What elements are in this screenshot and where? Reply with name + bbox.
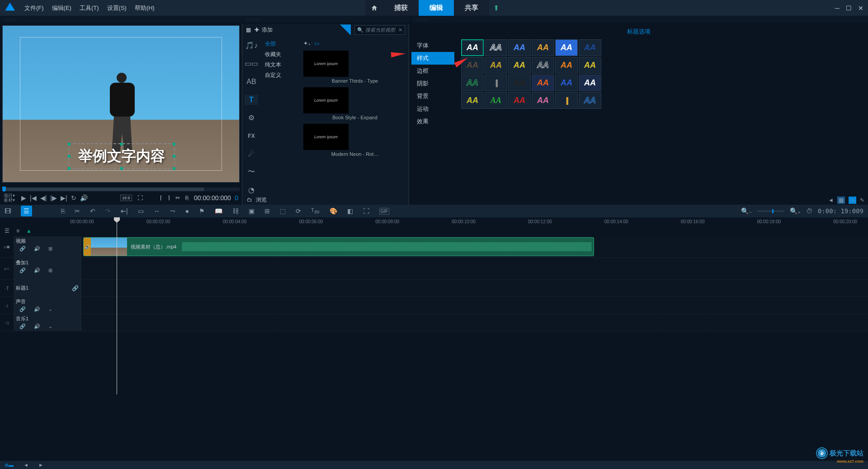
template-tab-icon[interactable]: ▭▭ [245,59,258,69]
panel-handle-library[interactable]: :::::::: [243,16,410,23]
track-link-icon[interactable]: 🔗 [72,285,79,291]
browse-button[interactable]: 浏览 [256,196,267,204]
category-plain-text[interactable]: 纯文本 [260,60,301,70]
style-preset-cell[interactable]: || [555,92,578,109]
maximize-button[interactable]: ☐ [846,5,852,12]
go-start-button[interactable]: |◀ [30,194,37,202]
scroll-right-icon[interactable]: ► [38,462,43,468]
loop-button[interactable]: ↻ [71,194,76,202]
opt-tab-background[interactable]: 背景 [411,90,454,103]
style-preset-cell[interactable]: AA [485,39,507,56]
resize-handle[interactable] [120,167,123,170]
tab-share[interactable]: 共享 [454,0,489,16]
favorite-corner-icon[interactable] [340,24,351,35]
track-expand-icon[interactable]: ⌄ [48,324,52,329]
gif-export-icon[interactable]: GIF [379,208,390,215]
tab-capture[interactable]: 捕获 [383,0,419,16]
mark-out-button[interactable]: ⌉ [168,195,170,201]
style-preset-cell[interactable]: || [485,75,507,91]
style-preset-cell[interactable]: AA [579,39,601,56]
record-icon[interactable]: ● [185,207,189,215]
status-icon[interactable]: ⊕▬ [5,462,14,468]
mask-icon[interactable]: ◧ [347,207,353,215]
compact-view-icon[interactable]: ▦ [837,197,845,204]
fit-timeline-icon[interactable]: ⏱ [806,207,812,215]
panel-handle-preview[interactable]: :::::::: [0,16,242,23]
track-link-icon[interactable]: 🔗 [19,306,26,312]
style-preset-cell[interactable]: AA [532,39,554,56]
upload-icon[interactable]: ⬆ [489,0,503,16]
overlay-tab-icon[interactable]: ⚙ [245,113,258,123]
track-mute-icon[interactable]: 🔊 [34,267,40,273]
tracker-tab-icon[interactable]: ◔ [245,185,258,195]
ungroup-icon[interactable]: ⊞ [264,207,270,215]
timeline-view-icon[interactable]: ☰ [21,206,32,216]
trim-start-icon[interactable]: ⇤| [121,207,128,215]
rotate-icon[interactable]: ⟳ [296,207,301,215]
category-all[interactable]: 全部 [260,39,301,49]
next-frame-button[interactable]: |▶ [50,194,57,202]
cut-icon[interactable]: ✂ [75,207,80,215]
style-preset-cell[interactable]: AA [508,75,531,91]
material-mode-label[interactable]: 素材▾ [4,198,15,202]
track-link-icon[interactable]: 🔗 [19,324,26,329]
style-preset-cell[interactable]: AA [508,57,531,74]
search-input[interactable]: 🔍 搜索当前视图 ✕ [354,25,405,35]
style-preset-cell[interactable]: AA [508,92,531,109]
copy-icon[interactable]: ⎘ [61,207,65,215]
preset-item[interactable]: Lorem ipsum Modern Neon - Rot… [303,124,406,157]
track-body[interactable] [81,280,868,296]
preset-item[interactable]: Lorem ipsum Banner Thirds - Type [303,51,406,84]
style-preset-cell[interactable]: AA [461,39,484,56]
timecode-display[interactable]: 00:00:00:000 0 [194,194,238,202]
close-button[interactable]: ✕ [858,5,863,12]
media-tab-icon[interactable]: 🎵♪ [245,41,258,51]
menu-setting[interactable]: 设置(S) [107,4,127,12]
track-mute-icon[interactable]: 🔊 [34,306,40,312]
chapter-icon[interactable]: 📖 [215,207,222,215]
category-favorites[interactable]: 收藏夹 [260,49,301,60]
track-options-icon[interactable]: ≡ [16,228,19,234]
group-icon[interactable]: ▣ [249,207,255,215]
list-view-icon[interactable]: ▭ [849,197,856,204]
style-preset-cell[interactable]: AA [579,92,601,109]
track-link-icon[interactable]: 🔗 [19,267,26,273]
clear-search-icon[interactable]: ✕ [398,27,402,33]
3d-title-icon[interactable]: T3D [311,207,319,214]
snapshot-button[interactable]: ⎘ [185,195,189,201]
opt-tab-border[interactable]: 边框 [411,65,454,77]
opt-tab-shadow[interactable]: 阴影 [411,77,454,90]
crop-icon[interactable]: ▭ [138,207,144,215]
style-preset-cell[interactable]: AA [461,92,484,109]
resize-handle[interactable] [173,167,175,170]
video-clip[interactable]: 🔊 视频素材（总）.mp4 [83,237,594,256]
audio-tab-icon[interactable]: ☄ [245,149,258,159]
resize-handle[interactable] [68,143,71,145]
marker-icon[interactable]: ⚑ [199,207,205,215]
style-preset-cell[interactable]: AA [579,75,601,91]
style-preset-cell[interactable]: AA [485,92,507,109]
expand-preview-button[interactable]: ⛶ [137,195,143,201]
track-list-icon[interactable]: ☰ [5,228,9,234]
zoom-slider[interactable] [757,211,784,212]
menu-help[interactable]: 帮助(H) [135,4,155,12]
track-motion-icon[interactable]: ⬚ [280,207,286,215]
title-tab-icon[interactable]: T [245,95,258,105]
style-preset-cell[interactable]: AA [555,57,578,74]
opt-tab-effect[interactable]: 效果 [411,115,454,128]
fx-tab-icon[interactable]: FX [245,131,258,141]
play-button[interactable]: ▶ [21,194,26,202]
style-preset-cell[interactable]: AA [532,57,554,74]
track-body[interactable]: 🔊 视频素材（总）.mp4 [81,236,868,258]
track-body[interactable] [81,258,868,279]
go-end-button[interactable]: ▶| [61,194,67,202]
opt-tab-style[interactable]: 样式 [411,52,454,65]
style-preset-cell[interactable]: AA [508,39,531,56]
playhead[interactable] [117,217,117,394]
link-icon[interactable]: ⛓ [232,207,239,215]
title-text-content[interactable]: 举例文字内容 [78,148,165,164]
resize-handle[interactable] [120,143,123,145]
preview-viewport[interactable]: 举例文字内容 [2,25,240,183]
style-preset-cell[interactable]: AA [461,57,484,74]
style-preset-cell[interactable]: AA [579,57,601,74]
